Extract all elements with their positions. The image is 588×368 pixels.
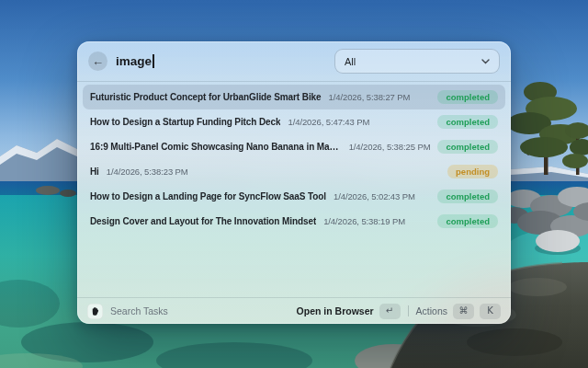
status-badge: completed [437,90,498,105]
filter-dropdown[interactable]: All [334,49,500,74]
task-row[interactable]: Design Cover and Layout for The Innovati… [83,209,505,234]
hand-logo-icon [90,306,100,316]
footer-context-label: Search Tasks [110,305,168,316]
empty-results-area [77,234,511,297]
back-arrow-icon: ← [92,55,104,67]
task-row[interactable]: How to Design a Startup Funding Pitch De… [83,109,505,134]
task-timestamp: 1/4/2026, 5:38:23 PM [107,167,188,177]
task-title: Futuristic Product Concept for UrbanGlid… [90,92,322,102]
task-title: Design Cover and Layout for The Innovati… [90,216,316,226]
task-timestamp: 1/4/2026, 5:47:43 PM [288,117,369,127]
search-bar: ← image All [77,41,511,81]
task-title: 16:9 Multi-Panel Comic Showcasing Nano B… [90,142,342,152]
task-row[interactable]: 16:9 Multi-Panel Comic Showcasing Nano B… [83,134,505,159]
task-title: Hi [90,167,99,177]
actions-menu-button[interactable]: Actions [416,305,447,316]
footer-actions: Open in Browser ↵ Actions ⌘ K [297,304,501,319]
task-title: How to Design a Startup Funding Pitch De… [90,117,280,127]
task-timestamp: 1/4/2026, 5:38:27 PM [329,92,411,102]
task-title: How to Design a Landing Page for SyncFlo… [90,191,326,201]
task-row[interactable]: Futuristic Product Concept for UrbanGlid… [83,85,505,109]
footer-bar: Search Tasks Open in Browser ↵ Actions ⌘… [77,298,511,324]
open-in-browser-button[interactable]: Open in Browser [297,305,374,316]
task-timestamp: 1/4/2026, 5:38:19 PM [323,216,405,226]
task-list: Futuristic Product Concept for UrbanGlid… [77,82,511,234]
status-badge: completed [437,190,498,204]
back-button[interactable]: ← [88,52,107,71]
footer-separator [408,305,409,316]
task-timestamp: 1/4/2026, 5:38:25 PM [349,142,431,152]
task-row[interactable]: Hi 1/4/2026, 5:38:23 PM pending [83,159,505,184]
return-key-icon: ↵ [379,304,401,319]
task-row[interactable]: How to Design a Landing Page for SyncFlo… [83,184,505,209]
task-launcher-window: ← image All Futuristic Product Concept f… [77,41,511,324]
status-badge: completed [437,140,498,155]
text-cursor [153,54,154,68]
manus-app-icon [87,304,103,319]
command-key-icon: ⌘ [453,304,474,319]
search-query-text: image [116,54,152,68]
k-key-icon: K [480,304,501,319]
chevron-down-icon [481,59,490,64]
status-badge: completed [437,115,498,130]
filter-selected-value: All [345,56,356,67]
status-badge: completed [437,214,498,229]
search-input[interactable]: image [116,54,154,68]
task-timestamp: 1/4/2026, 5:02:43 PM [334,191,415,201]
status-badge: pending [447,165,498,179]
